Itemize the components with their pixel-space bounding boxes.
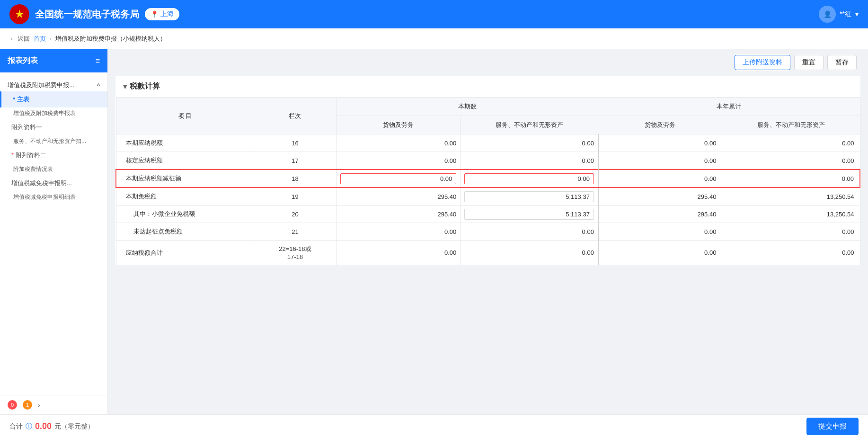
row-colnum-0: 16: [254, 134, 337, 152]
section-title: 税款计算: [115, 76, 860, 97]
main-layout: 报表列表 ≡ 增值税及附加税费申报... ^ 主表 增值税及附加税费申报表 附列…: [0, 49, 868, 414]
row-year-goods-6: 0.00: [598, 241, 722, 265]
input-period-service-3[interactable]: [464, 191, 594, 202]
row-year-service-3: 13,250.54: [722, 188, 860, 206]
input-period-service-4[interactable]: [464, 209, 594, 220]
next-icon[interactable]: ›: [38, 401, 40, 409]
content-area: 上传附送资料 重置 暂存 税款计算 项 目 栏次 本期数 本年累计 货物及劳务 …: [108, 49, 868, 414]
breadcrumb: ← 返回 首页 › 增值税及附加税费申报（小规模纳税人）: [0, 28, 868, 49]
row-period-service-3[interactable]: [461, 188, 598, 206]
row-period-goods-5: 0.00: [337, 223, 461, 241]
row-label-2: 本期应纳税额减征额: [116, 170, 254, 188]
location-badge[interactable]: 📍 上海: [145, 8, 179, 20]
user-dropdown-icon[interactable]: ▾: [855, 10, 859, 18]
row-colnum-5: 21: [254, 223, 337, 241]
row-label-4: 其中：小微企业免税额: [116, 206, 254, 223]
sidebar-item-annex1[interactable]: 附列资料一: [0, 119, 107, 135]
sidebar-menu-icon[interactable]: ≡: [96, 57, 100, 65]
row-label-6: 应纳税额合计: [116, 241, 254, 265]
th-service-property-year: 服务、不动产和无形资产: [722, 116, 860, 134]
row-year-goods-4: 295.40: [598, 206, 722, 223]
row-period-service-0: 0.00: [461, 134, 598, 152]
location-pin-icon: 📍: [151, 10, 159, 18]
row-label-5: 未达起征点免税额: [116, 223, 254, 241]
logo-icon: ★: [9, 4, 29, 24]
breadcrumb-current: 增值税及附加税费申报（小规模纳税人）: [55, 35, 166, 43]
row-year-service-4: 13,250.54: [722, 206, 860, 223]
th-service-property: 服务、不动产和无形资产: [461, 116, 598, 134]
avatar[interactable]: 👤: [819, 6, 836, 23]
row-year-goods-1: 0.00: [598, 152, 722, 170]
row-period-goods-1: 0.00: [337, 152, 461, 170]
th-period-group: 本期数: [337, 98, 598, 116]
row-label-1: 核定应纳税额: [116, 152, 254, 170]
location-label: 上海: [160, 10, 174, 18]
row-period-service-6: 0.00: [461, 241, 598, 265]
sidebar-group-vat[interactable]: 增值税及附加税费申报... ^: [0, 76, 107, 91]
row-label-3: 本期免税额: [116, 188, 254, 206]
sidebar-item-main[interactable]: 主表: [0, 91, 107, 107]
row-year-service-6: 0.00: [722, 241, 860, 265]
warning-badge: 1: [23, 400, 32, 410]
breadcrumb-sep1: ›: [50, 35, 52, 42]
sidebar-title: 报表列表: [8, 56, 38, 66]
sidebar-item-main-sub: 增值税及附加税费申报表: [0, 107, 107, 119]
content-toolbar: 上传附送资料 重置 暂存: [108, 49, 868, 76]
row-year-service-2: 0.00: [722, 170, 860, 188]
th-item: 项 目: [116, 98, 254, 134]
tax-table: 项 目 栏次 本期数 本年累计 货物及劳务 服务、不动产和无形资产 货物及劳务 …: [115, 97, 860, 265]
sidebar: 报表列表 ≡ 增值税及附加税费申报... ^ 主表 增值税及附加税费申报表 附列…: [0, 49, 108, 414]
sidebar-item-annex1-sub: 服务、不动产和无形资产扣...: [0, 135, 107, 147]
user-name: **红: [840, 10, 851, 18]
row-year-goods-2: 0.00: [598, 170, 722, 188]
th-year-group: 本年累计: [598, 98, 860, 116]
input-period-goods-2[interactable]: [340, 173, 456, 184]
row-period-service-5: 0.00: [461, 223, 598, 241]
sidebar-footer: 0 1 ›: [0, 395, 108, 414]
row-period-goods-3: 295.40: [337, 188, 461, 206]
row-colnum-6: 22=16-18或 17-18: [254, 241, 337, 265]
sidebar-group-chevron: ^: [97, 82, 100, 89]
th-goods-labor-year: 货物及劳务: [598, 116, 722, 134]
row-year-goods-5: 0.00: [598, 223, 722, 241]
sidebar-item-vat-reduce-sub: 增值税减免税申报明细表: [0, 191, 107, 203]
app-title: 全国统一规范电子税务局: [35, 8, 139, 21]
row-label-0: 本期应纳税额: [116, 134, 254, 152]
row-colnum-4: 20: [254, 206, 337, 223]
row-year-goods-0: 0.00: [598, 134, 722, 152]
avatar-icon: 👤: [824, 10, 832, 18]
row-period-service-2[interactable]: [461, 170, 598, 188]
row-year-service-1: 0.00: [722, 152, 860, 170]
row-period-service-1: 0.00: [461, 152, 598, 170]
row-period-goods-2[interactable]: [337, 170, 461, 188]
reset-button[interactable]: 重置: [794, 55, 824, 70]
sidebar-group-label-text: 增值税及附加税费申报...: [8, 81, 74, 89]
row-period-goods-6: 0.00: [337, 241, 461, 265]
header-left: ★ 全国统一规范电子税务局 📍 上海: [9, 4, 179, 24]
error-badge: 0: [8, 400, 17, 410]
sidebar-item-vat-reduce[interactable]: 增值税减免税申报明...: [0, 175, 107, 191]
save-button[interactable]: 暂存: [827, 55, 857, 70]
sidebar-header: 报表列表 ≡: [0, 49, 107, 72]
th-goods-labor: 货物及劳务: [337, 116, 461, 134]
row-year-service-5: 0.00: [722, 223, 860, 241]
row-period-goods-4: 295.40: [337, 206, 461, 223]
row-period-service-4[interactable]: [461, 206, 598, 223]
header: ★ 全国统一规范电子税务局 📍 上海 👤 **红 ▾: [0, 0, 868, 28]
row-colnum-3: 19: [254, 188, 337, 206]
sidebar-nav: 增值税及附加税费申报... ^ 主表 增值税及附加税费申报表 附列资料一 服务、…: [0, 72, 107, 207]
row-year-service-0: 0.00: [722, 134, 860, 152]
row-colnum-2: 18: [254, 170, 337, 188]
input-period-service-2[interactable]: [464, 173, 594, 184]
header-right: 👤 **红 ▾: [819, 6, 859, 23]
sidebar-item-annex2[interactable]: 附列资料二: [0, 147, 107, 163]
upload-button[interactable]: 上传附送资料: [735, 55, 790, 70]
row-colnum-1: 17: [254, 152, 337, 170]
tax-calculation-section: 税款计算 项 目 栏次 本期数 本年累计 货物及劳务 服务、不动产和无形资产 货…: [115, 76, 860, 265]
breadcrumb-home[interactable]: 首页: [34, 35, 46, 43]
row-period-goods-0: 0.00: [337, 134, 461, 152]
sidebar-item-annex2-sub: 附加税费情况表: [0, 163, 107, 175]
th-col-num: 栏次: [254, 98, 337, 134]
row-year-goods-3: 295.40: [598, 188, 722, 206]
back-button[interactable]: ← 返回: [9, 35, 30, 43]
